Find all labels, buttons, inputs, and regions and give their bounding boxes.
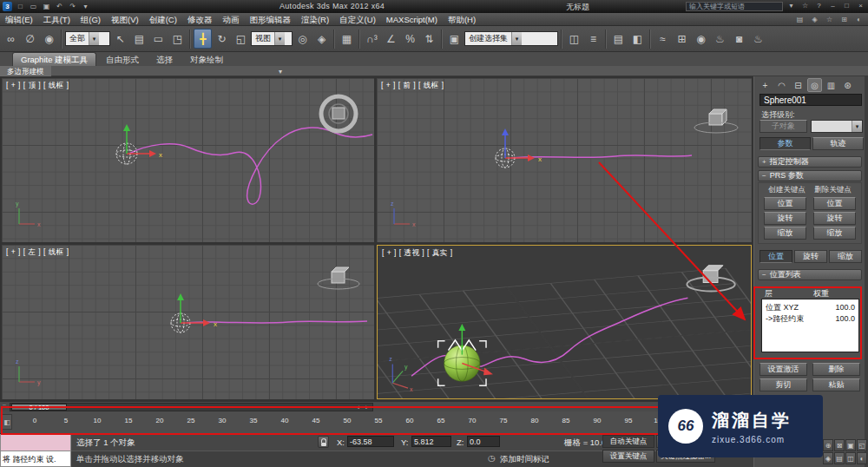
create-scale-key-button[interactable]: 缩放 bbox=[764, 227, 806, 240]
previous-frame-icon[interactable]: ◂ bbox=[353, 404, 362, 411]
timeline-tick[interactable]: 95 bbox=[625, 417, 633, 424]
schematic-view-icon[interactable]: ⊞ bbox=[673, 29, 691, 49]
infocenter-search-input[interactable] bbox=[686, 2, 783, 11]
timeline-tick[interactable]: 0 bbox=[33, 417, 36, 424]
unlink-selection-icon[interactable]: ∅ bbox=[21, 29, 39, 49]
use-pivot-point-icon[interactable]: ◎ bbox=[293, 29, 312, 49]
timeline-tick[interactable]: 30 bbox=[219, 417, 227, 424]
orbit-icon[interactable]: ▤ bbox=[834, 452, 845, 464]
timeline-tick[interactable]: 80 bbox=[531, 417, 539, 424]
render-production-icon[interactable]: ♨ bbox=[749, 29, 767, 49]
set-active-button[interactable]: 设置激活 bbox=[760, 363, 807, 376]
maximize-viewport-icon[interactable]: ◐ bbox=[857, 452, 867, 464]
tab-freeform[interactable]: 自由形式 bbox=[98, 53, 147, 66]
manage-layers-icon[interactable]: ▤ bbox=[609, 29, 628, 49]
display-panel-icon[interactable]: ▥ bbox=[824, 78, 838, 92]
maxscript-mini-listener[interactable]: 将 路径约束 设. bbox=[0, 434, 71, 467]
timeline-tick[interactable]: 45 bbox=[312, 417, 320, 424]
select-and-rotate-icon[interactable]: ↻ bbox=[213, 29, 231, 49]
save-file-icon[interactable]: ▣ bbox=[41, 2, 52, 12]
maximize-icon[interactable]: □ bbox=[841, 1, 852, 11]
zoom-region-icon[interactable]: ◱ bbox=[857, 439, 867, 451]
spinner-snap-toggle-icon[interactable]: ⇅ bbox=[420, 29, 438, 49]
snap-toggle-3d-icon[interactable]: ∩³ bbox=[363, 29, 381, 49]
angle-snap-toggle-icon[interactable]: ∠ bbox=[382, 29, 400, 49]
render-setup-icon[interactable]: ♨ bbox=[711, 29, 729, 49]
timeline-tick[interactable]: 10 bbox=[94, 417, 102, 424]
tab-position[interactable]: 位置 bbox=[760, 250, 792, 263]
menubar-extra-icon[interactable]: ☆ bbox=[824, 13, 835, 23]
listener-line[interactable]: 将 路径约束 设. bbox=[0, 451, 71, 467]
align-icon[interactable]: ≡ bbox=[584, 29, 602, 49]
zoom-extents-icon[interactable]: ▣ bbox=[845, 439, 856, 451]
ribbon-minimize-icon[interactable]: ▾ bbox=[279, 68, 282, 76]
utilities-panel-icon[interactable]: ⊛ bbox=[840, 78, 855, 92]
sub-object-button[interactable]: 子对象 bbox=[760, 120, 807, 133]
search-dropdown-icon[interactable]: ▾ bbox=[786, 1, 797, 11]
named-selection-sets-combo[interactable]: 创建选择集▾ bbox=[464, 31, 558, 46]
tab-selection[interactable]: 选择 bbox=[148, 53, 181, 66]
menu-graph-editors[interactable]: 图形编辑器 bbox=[244, 13, 296, 26]
select-and-scale-icon[interactable]: ◱ bbox=[232, 29, 250, 49]
motion-panel-icon[interactable]: ◎ bbox=[807, 78, 822, 92]
select-and-manipulate-icon[interactable]: ◈ bbox=[312, 29, 331, 49]
timeline-tick[interactable]: 65 bbox=[437, 417, 445, 424]
bind-to-space-warp-icon[interactable]: ◉ bbox=[40, 29, 58, 49]
rectangular-selection-region-icon[interactable]: ▭ bbox=[149, 29, 168, 49]
viewport-label[interactable]: [ + ] [ 左 ] [ 线框 ] bbox=[6, 247, 69, 258]
timeline-tick[interactable]: 55 bbox=[375, 417, 383, 424]
list-item[interactable]: ->路径约束100.0 bbox=[766, 313, 855, 325]
position-list[interactable]: 位置 XYZ100.0 ->路径约束100.0 bbox=[761, 299, 859, 352]
next-frame-icon[interactable]: ▸ bbox=[363, 404, 372, 411]
open-file-icon[interactable]: ▭ bbox=[28, 2, 39, 12]
selection-filter-combo[interactable]: 全部▾ bbox=[65, 31, 110, 46]
delete-scale-key-button[interactable]: 缩放 bbox=[813, 227, 856, 240]
new-scene-icon[interactable]: □ bbox=[15, 2, 26, 12]
help-icon[interactable]: ? bbox=[813, 1, 825, 11]
keyboard-shortcut-override-icon[interactable]: ▦ bbox=[338, 29, 356, 49]
menu-views[interactable]: 视图(V) bbox=[106, 13, 144, 26]
x-coordinate-field[interactable] bbox=[347, 436, 394, 447]
timeline-tick[interactable]: 60 bbox=[406, 417, 414, 424]
zoom-all-icon[interactable]: ⊠ bbox=[834, 439, 845, 451]
tab-scale[interactable]: 缩放 bbox=[829, 250, 862, 263]
viewport-label[interactable]: [ + ] [ 顶 ] [ 线框 ] bbox=[6, 81, 69, 91]
zoom-icon[interactable]: ⊕ bbox=[823, 439, 833, 451]
y-coordinate-field[interactable] bbox=[411, 436, 451, 447]
viewport-top[interactable]: [ + ] [ 顶 ] [ 线框 ] x bbox=[2, 78, 374, 242]
tab-parameters[interactable]: 参数 bbox=[760, 137, 811, 150]
viewport-perspective[interactable]: [ + ] [ 透视 ] [ 真实 ] bbox=[377, 245, 752, 399]
z-coordinate-field[interactable] bbox=[467, 436, 500, 447]
menu-modifiers[interactable]: 修改器 bbox=[182, 13, 218, 26]
menu-edit[interactable]: 编辑(E) bbox=[0, 13, 38, 26]
tab-trajectories[interactable]: 轨迹 bbox=[812, 137, 864, 150]
close-icon[interactable]: × bbox=[855, 1, 866, 11]
timeline-tick[interactable]: 50 bbox=[344, 417, 352, 424]
time-tag-icon[interactable]: ◷ bbox=[488, 453, 495, 463]
timeline-tick[interactable]: 85 bbox=[562, 417, 570, 424]
menubar-extra-icon[interactable]: ◈ bbox=[809, 13, 820, 23]
list-item[interactable]: 位置 XYZ100.0 bbox=[766, 302, 855, 313]
timeline-tick[interactable]: 70 bbox=[469, 417, 477, 424]
select-and-move-icon[interactable]: ╋ bbox=[194, 29, 212, 49]
mirror-icon[interactable]: ◫ bbox=[565, 29, 583, 49]
hierarchy-panel-icon[interactable]: ⊟ bbox=[791, 78, 806, 92]
rollout-position-list[interactable]: − 位置列表 bbox=[758, 269, 862, 280]
menu-tools[interactable]: 工具(T) bbox=[38, 13, 76, 26]
create-position-key-button[interactable]: 位置 bbox=[764, 197, 806, 210]
menubar-extra-icon[interactable]: ▤ bbox=[794, 13, 806, 23]
viewport-label[interactable]: [ + ] [ 前 ] [ 线框 ] bbox=[381, 81, 444, 91]
sub-object-level-combo[interactable]: ▾ bbox=[811, 120, 863, 133]
window-crossing-icon[interactable]: ◳ bbox=[168, 29, 187, 49]
delete-position-key-button[interactable]: 位置 bbox=[813, 197, 856, 210]
curve-editor-icon[interactable]: ≈ bbox=[654, 29, 672, 49]
menubar-extra-icon[interactable]: ⊞ bbox=[838, 13, 850, 23]
select-object-icon[interactable]: ↖ bbox=[111, 29, 129, 49]
viewport-label[interactable]: [ + ] [ 透视 ] [ 真实 ] bbox=[382, 248, 453, 259]
rollout-prs-parameters[interactable]: − PRS 参数 bbox=[758, 170, 862, 181]
auto-key-button[interactable]: 自动关键点 bbox=[602, 435, 654, 448]
minimize-icon[interactable]: – bbox=[827, 1, 838, 11]
paste-button[interactable]: 粘贴 bbox=[812, 378, 860, 391]
time-slider-track[interactable]: 0 / 100 ◂ ▸ bbox=[10, 403, 373, 411]
rollout-assign-controller[interactable]: + 指定控制器 bbox=[758, 156, 862, 168]
